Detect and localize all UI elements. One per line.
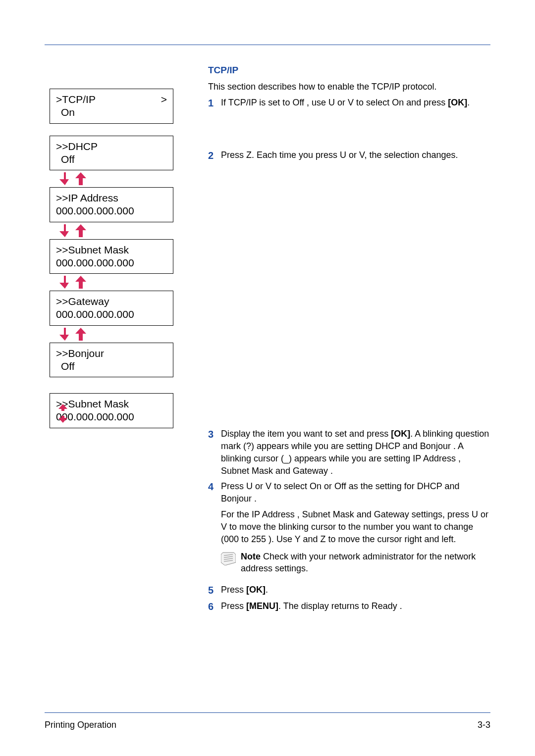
lcd-caret: > (161, 93, 167, 106)
step-number: 3 (208, 428, 221, 477)
lcd-label: >>Gateway (56, 295, 167, 308)
lcd-value: 000.000.000.000 (56, 308, 167, 321)
step-text: For the IP Address , Subnet Mask and Gat… (221, 508, 490, 545)
step-6: 6 Press [MENU]. The display returns to R… (208, 600, 490, 614)
arrow-down-icon (59, 276, 70, 289)
arrow-up-icon (75, 172, 86, 185)
page-body: >TCP/IP > On >>DHCP Off >>IP Address (45, 45, 490, 673)
step-list: 1 If TCP/IP is set to Off , use U or V t… (208, 97, 490, 613)
lcd-label: >TCP/IP (56, 93, 96, 106)
lcd-gateway: >>Gateway 000.000.000.000 (50, 291, 173, 326)
lcd-label: >>IP Address (56, 192, 167, 204)
step-number: 2 (208, 149, 221, 163)
arrow-up-icon (75, 276, 86, 289)
arrow-pair (59, 328, 193, 341)
step-5: 5 Press [OK]. (208, 584, 490, 598)
ok-key: [OK] (391, 429, 410, 439)
lcd-value: 000.000.000.000 (56, 204, 167, 217)
arrow-pair (59, 276, 193, 289)
arrow-pair (59, 172, 193, 185)
note-block: Note Check with your network administrat… (221, 551, 490, 575)
step-number: 4 (208, 480, 221, 581)
lcd-label: >>Subnet Mask (56, 244, 167, 256)
lcd-label: >>DHCP (56, 140, 167, 153)
step-text: . (266, 585, 268, 595)
step-2: 2 Press Z. Each time you press U or V, t… (208, 149, 490, 163)
lcd-value: On (56, 106, 167, 119)
step-text: . (467, 98, 470, 107)
text-column: TCP/IP This section describes how to ena… (193, 65, 490, 617)
arrow-down-icon (59, 224, 70, 237)
lcd-column: >TCP/IP > On >>DHCP Off >>IP Address (45, 65, 193, 617)
intro-text: This section describes how to enable the… (208, 81, 490, 93)
step-1: 1 If TCP/IP is set to Off , use U or V t… (208, 97, 490, 110)
step-text: Display the item you want to set and pre… (221, 429, 391, 439)
arrow-pair (59, 224, 193, 237)
note-icon (221, 552, 236, 565)
step-number: 1 (208, 97, 221, 110)
lcd-value: Off (56, 153, 167, 166)
step-text: Press Z. Each time you press U or V, the… (221, 149, 490, 163)
note-label: Note (241, 552, 261, 561)
lcd-label: >>Subnet Mask (56, 398, 167, 410)
step-number: 5 (208, 584, 221, 598)
step-text: . The display returns to Ready . (278, 601, 402, 611)
step-3: 3 Display the item you want to set and p… (208, 428, 490, 477)
arrow-down-icon (59, 328, 70, 341)
arrow-up-icon (75, 224, 86, 237)
lcd-bonjour: >>Bonjour Off (50, 343, 173, 378)
footer-right: 3-3 (478, 720, 490, 730)
step-text: If TCP/IP is set to Off , use U or V to … (221, 98, 448, 107)
arrow-down-icon (59, 172, 70, 185)
lcd-label: >>Bonjour (56, 347, 167, 360)
lcd-value: 000.000.000.000 (56, 256, 167, 269)
step-text: Press (221, 601, 246, 611)
lcd-dhcp: >>DHCP Off (50, 136, 173, 171)
page-footer: Printing Operation 3-3 (45, 712, 490, 730)
lcd-subnet-cursor: >>Subnet Mask 000.000.000.000 (50, 393, 173, 428)
ok-key: [OK] (448, 98, 467, 107)
step-text: Press U or V to select On or Off as the … (221, 480, 490, 505)
ok-key: [OK] (246, 585, 266, 595)
lcd-subnet: >>Subnet Mask 000.000.000.000 (50, 239, 173, 274)
arrow-up-icon (75, 328, 86, 341)
lcd-value: Off (56, 360, 167, 373)
note-text: Check with your network administrator fo… (241, 552, 476, 573)
section-heading: TCP/IP (208, 65, 490, 76)
content: >TCP/IP > On >>DHCP Off >>IP Address (45, 45, 490, 617)
footer-left: Printing Operation (45, 720, 116, 730)
lcd-value: 000.000.000.000 (56, 410, 167, 423)
lcd-ip: >>IP Address 000.000.000.000 (50, 187, 173, 222)
step-4: 4 Press U or V to select On or Off as th… (208, 480, 490, 581)
step-number: 6 (208, 600, 221, 614)
menu-key: [MENU] (246, 601, 278, 611)
step-text: Press (221, 585, 246, 595)
lcd-tcpip: >TCP/IP > On (50, 89, 173, 124)
